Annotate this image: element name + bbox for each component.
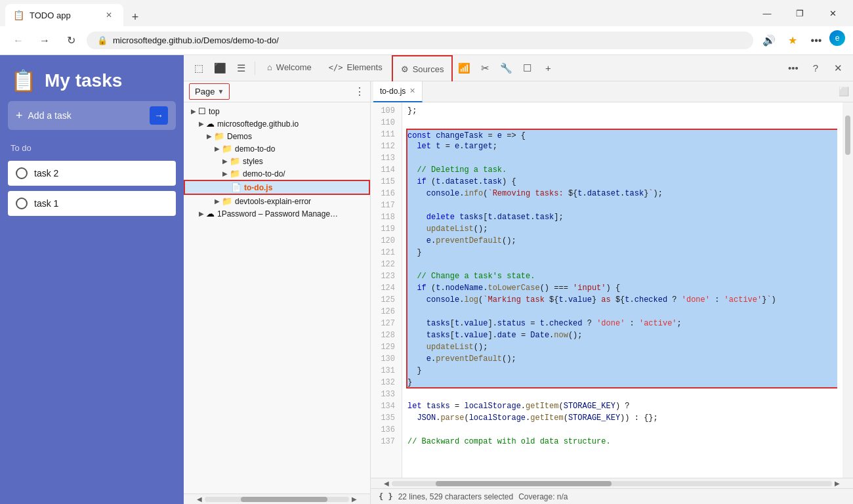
scroll-left-arrow[interactable]: ◀	[381, 480, 392, 487]
code-line: e.preventDefault();	[406, 235, 837, 247]
add-task-arrow-button[interactable]: →	[150, 106, 168, 125]
back-button[interactable]: ←	[8, 30, 29, 51]
code-line	[406, 259, 837, 270]
tree-item-1password[interactable]: ▶ ☁ 1Password – Password Manage…	[184, 207, 370, 220]
window-controls: — ❐ ✕	[752, 3, 848, 24]
tab-close-button[interactable]: ✕	[102, 9, 115, 22]
close-button[interactable]: ✕	[818, 3, 848, 24]
line-numbers: 109 110 111 112 113 114 115 116 117 118	[371, 102, 402, 478]
scroll-right-arrow[interactable]: ▶	[832, 480, 843, 487]
sidebar-toggle-button[interactable]: ☰	[231, 58, 251, 78]
page-tab-dropdown-icon[interactable]: ▼	[217, 88, 224, 95]
task-checkbox[interactable]	[16, 167, 28, 179]
file-tree-pane: Page ▼ ⋮ ▶ ☐ top ▶	[184, 81, 371, 504]
file-tree-scrollbar[interactable]: ◀ ▶	[184, 494, 370, 504]
main-area: 📋 My tasks + Add a task → To do task 2 t…	[0, 55, 853, 504]
vertical-scrollbar[interactable]	[843, 102, 853, 478]
reload-button[interactable]: ↻	[60, 30, 81, 51]
address-bar: ← → ↻ 🔒 microsoftedge.github.io/Demos/de…	[0, 26, 853, 55]
v-scroll-thumb[interactable]	[845, 116, 850, 155]
welcome-icon: ⌂	[267, 62, 272, 72]
devtools-toolbar: ⬚ ⬛ ☰ ⌂ Welcome </> Elements ⚙ Sources 📶…	[184, 55, 853, 81]
code-line	[406, 200, 837, 211]
file-tab-to-do-js[interactable]: to-do.js ✕	[373, 81, 423, 102]
favorites-button[interactable]: ★	[782, 30, 803, 51]
code-expand-button[interactable]: ⬜	[835, 83, 853, 101]
line-num: 134	[371, 400, 402, 412]
tab-sources[interactable]: ⚙ Sources	[392, 55, 453, 81]
task-item[interactable]: task 1	[8, 191, 176, 216]
tab-elements[interactable]: </> Elements	[321, 55, 390, 81]
device-toolbar-button[interactable]: ⬛	[210, 58, 230, 78]
devtools-more-button[interactable]: •••	[783, 58, 803, 78]
tree-item-top[interactable]: ▶ ☐ top	[184, 105, 370, 117]
browser-toolbar-icons: 🔊 ★ ••• e	[759, 30, 845, 51]
task-checkbox[interactable]	[16, 198, 28, 209]
tree-item-styles[interactable]: ▶ 📁 styles	[184, 155, 370, 167]
code-line: // Change a task's state.	[406, 270, 837, 282]
scroll-track[interactable]	[205, 497, 349, 502]
tree-item-demos[interactable]: ▶ 📁 Demos	[184, 130, 370, 142]
add-task-bar[interactable]: + Add a task →	[8, 101, 176, 130]
scroll-thumb[interactable]	[436, 481, 612, 486]
url-bar[interactable]: 🔒 microsoftedge.github.io/Demos/demo-to-…	[87, 32, 753, 49]
code-line: }	[406, 365, 837, 377]
forward-button[interactable]: →	[34, 30, 55, 51]
page-tab[interactable]: Page ▼	[189, 83, 230, 100]
network-tab-icon[interactable]: 📶	[454, 58, 474, 78]
new-tab-button[interactable]: +	[126, 8, 144, 26]
application-tab-icon[interactable]: ☐	[517, 58, 537, 78]
tab-welcome[interactable]: ⌂ Welcome	[259, 55, 320, 81]
tree-item-to-do-js[interactable]: 📄 to-do.js	[184, 180, 370, 195]
toolbar-separator	[255, 62, 255, 75]
read-aloud-button[interactable]: 🔊	[759, 30, 780, 51]
code-line: // Backward compat with old data structu…	[407, 436, 837, 448]
devtools-close-button[interactable]: ✕	[828, 58, 848, 78]
code-line: delete tasks[t.dataset.task];	[406, 211, 837, 223]
tree-arrow-icon: ▶	[189, 108, 198, 115]
code-line: updateList();	[406, 341, 837, 353]
file-tab-close-button[interactable]: ✕	[409, 87, 415, 95]
line-num: 136	[371, 424, 402, 436]
memory-tab-icon[interactable]: 🔧	[496, 58, 516, 78]
lock-icon: 🔒	[97, 35, 108, 45]
scroll-right-arrow[interactable]: ▶	[349, 495, 360, 503]
sources-icon: ⚙	[401, 64, 409, 74]
devtools-help-button[interactable]: ?	[806, 58, 825, 78]
code-line: console.log(`Marking task ${t.value} as …	[406, 294, 837, 306]
add-task-label: Add a task	[28, 110, 150, 121]
edge-profile-icon[interactable]: e	[829, 30, 845, 46]
line-num: 110	[371, 117, 402, 129]
scroll-left-arrow[interactable]: ◀	[194, 495, 205, 503]
performance-tab-icon[interactable]: ✂	[475, 58, 495, 78]
file-tabs: to-do.js ✕ ⬜	[371, 81, 853, 102]
active-tab[interactable]: 📋 TODO app ✕	[5, 4, 123, 26]
folder-icon: 📁	[222, 196, 232, 206]
tree-arrow-icon: ▶	[220, 170, 230, 177]
file-tab-label: to-do.js	[380, 87, 406, 96]
scroll-track[interactable]	[392, 481, 832, 486]
code-content[interactable]: }; const changeTask = e => { let t = e.t…	[402, 102, 843, 478]
browser-window: 📋 TODO app ✕ + — ❐ ✕ ← → ↻ 🔒 microsofted…	[0, 0, 853, 504]
inspect-element-button[interactable]: ⬚	[189, 58, 209, 78]
file-tree-more-button[interactable]: ⋮	[354, 85, 365, 98]
tree-item-label: styles	[243, 157, 263, 166]
task-item[interactable]: task 2	[8, 161, 176, 186]
maximize-button[interactable]: ❐	[785, 3, 815, 24]
tree-item-label: demo-to-do/	[243, 169, 285, 178]
settings-more-button[interactable]: •••	[806, 30, 827, 51]
add-tab-button[interactable]: +	[538, 58, 558, 78]
code-line: if (t.dataset.task) {	[406, 176, 837, 188]
code-bottom-scrollbar[interactable]: ◀ ▶	[371, 478, 853, 488]
line-num: 133	[371, 388, 402, 400]
code-line: };	[407, 105, 837, 117]
tree-item-domain[interactable]: ▶ ☁ microsoftedge.github.io	[184, 117, 370, 130]
tree-item-demo-to-do-slash[interactable]: ▶ 📁 demo-to-do/	[184, 167, 370, 180]
scroll-thumb[interactable]	[241, 497, 327, 502]
line-num: 113	[371, 152, 402, 164]
tree-item-demo-to-do[interactable]: ▶ 📁 demo-to-do	[184, 142, 370, 155]
tree-item-devtools-explain[interactable]: ▶ 📁 devtools-explain-error	[184, 195, 370, 207]
line-num: 137	[371, 436, 402, 448]
minimize-button[interactable]: —	[752, 3, 782, 24]
line-num: 119	[371, 223, 402, 235]
